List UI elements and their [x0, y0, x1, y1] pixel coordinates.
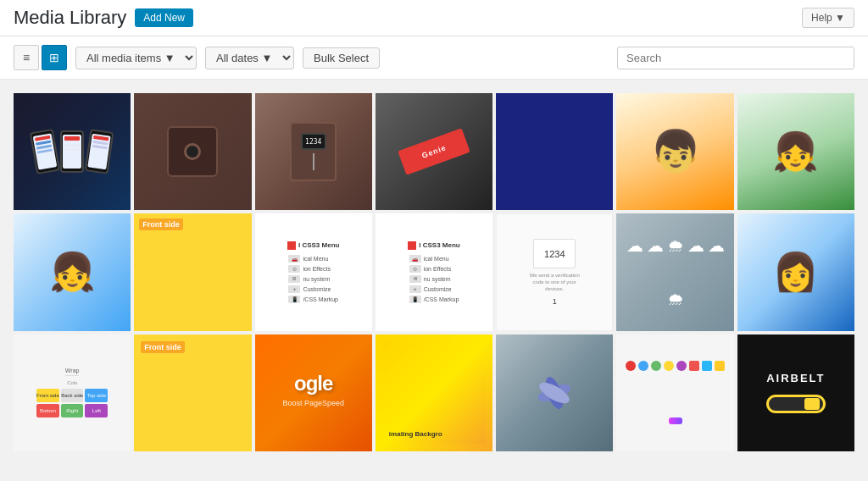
media-item[interactable]: 👦	[616, 93, 733, 210]
media-thumbnail: AIRBELT	[737, 334, 854, 451]
media-item[interactable]	[616, 334, 733, 451]
media-item[interactable]: imating Backgro	[376, 334, 492, 451]
date-filter[interactable]: All dates ▼	[205, 47, 294, 69]
help-button[interactable]: Help ▼	[802, 8, 854, 28]
media-thumbnail	[134, 93, 251, 210]
media-item[interactable]: Front side	[134, 213, 251, 330]
media-thumbnail: 👧	[14, 213, 131, 330]
media-item[interactable]	[134, 93, 251, 210]
media-thumbnail: Front side	[134, 334, 251, 451]
page-title: Media Library	[14, 7, 126, 29]
media-item[interactable]: 👧	[737, 93, 854, 210]
media-item[interactable]: Genie	[376, 93, 492, 210]
media-grid: 1234 Genie 👦	[0, 80, 868, 465]
media-thumbnail: 👧	[737, 93, 854, 210]
list-view-button[interactable]: ≡	[14, 45, 39, 70]
add-new-button[interactable]: Add New	[135, 8, 193, 27]
media-item[interactable]: ☁ ☁ 🌧 ☁ ☁ 🌧	[616, 213, 733, 330]
top-bar: Media Library Add New Help ▼	[0, 0, 868, 36]
media-item[interactable]: 👧	[14, 213, 131, 330]
toolbar: ≡ ⊞ All media items ▼ All dates ▼ Bulk S…	[0, 36, 868, 80]
media-thumbnail: imating Backgro	[376, 334, 492, 451]
media-thumbnail: 1234	[255, 93, 372, 210]
media-type-filter[interactable]: All media items ▼	[75, 47, 197, 69]
top-bar-left: Media Library Add New	[14, 7, 193, 29]
media-item[interactable]: l CSS3 Menu 🚗ical Menu ⚙ion Effects 🖥nu …	[376, 213, 492, 330]
3d-object-svg	[529, 368, 580, 418]
media-thumbnail	[616, 334, 733, 451]
media-thumbnail: Genie	[376, 93, 492, 210]
search-input[interactable]	[617, 47, 854, 69]
media-thumbnail: Front side	[134, 213, 251, 330]
media-item[interactable]	[496, 334, 613, 451]
media-item[interactable]	[14, 93, 131, 210]
media-item[interactable]: 1234 We send a verificationcode to one o…	[496, 213, 613, 330]
media-thumbnail: 👩	[737, 213, 854, 330]
media-item[interactable]: AIRBELT	[737, 334, 854, 451]
media-item[interactable]: 👩	[737, 213, 854, 330]
bulk-select-button[interactable]: Bulk Select	[303, 47, 380, 69]
media-item[interactable]	[496, 93, 613, 210]
media-thumbnail: ogle Boost PageSpeed	[255, 334, 372, 451]
media-thumbnail	[496, 334, 613, 451]
media-thumbnail: 1234 We send a verificationcode to one o…	[496, 213, 613, 330]
media-item[interactable]: Wrap Cols Front side Back side Top side …	[14, 334, 131, 451]
media-thumbnail: 👦	[616, 93, 733, 210]
media-thumbnail: ☁ ☁ 🌧 ☁ ☁ 🌧	[616, 213, 733, 330]
media-item[interactable]: ogle Boost PageSpeed	[255, 334, 372, 451]
grid-view-button[interactable]: ⊞	[42, 45, 67, 70]
media-thumbnail: Wrap Cols Front side Back side Top side …	[14, 334, 131, 451]
media-thumbnail	[496, 93, 613, 210]
media-item[interactable]: Front side	[134, 334, 251, 451]
view-toggle: ≡ ⊞	[14, 45, 67, 70]
media-thumbnail	[14, 93, 131, 210]
media-thumbnail: l CSS3 Menu 🚗ical Menu ⚙ion Effects 🖥nu …	[255, 213, 372, 330]
media-item[interactable]: 1234	[255, 93, 372, 210]
media-item[interactable]: l CSS3 Menu 🚗ical Menu ⚙ion Effects 🖥nu …	[255, 213, 372, 330]
media-thumbnail: l CSS3 Menu 🚗ical Menu ⚙ion Effects 🖥nu …	[376, 213, 492, 330]
